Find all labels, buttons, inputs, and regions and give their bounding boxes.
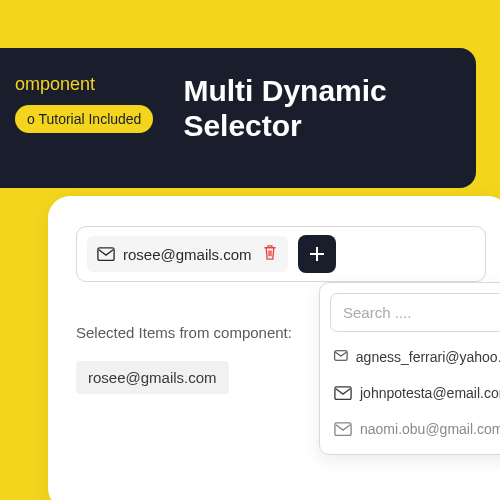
hero-title: Multi Dynamic Selector [183,74,386,143]
svg-rect-3 [335,423,351,436]
selector-input-row[interactable]: rosee@gmails.com [76,226,486,282]
selector-card: rosee@gmails.com Selected Items from com… [48,196,500,500]
dropdown-item[interactable]: agness_ferrari@yahoo.com [330,342,500,372]
selected-email-chip[interactable]: rosee@gmails.com [87,236,288,272]
search-input[interactable] [330,293,500,332]
dropdown-item[interactable]: naomi.obu@gmail.com [330,414,500,444]
component-label: omponent [15,74,153,95]
envelope-icon [97,247,115,261]
add-button[interactable] [298,235,336,273]
tutorial-pill: o Tutorial Included [15,105,153,133]
chip-email-text: rosee@gmails.com [123,246,252,263]
envelope-icon [334,386,352,400]
dropdown-panel: agness_ferrari@yahoo.com johnpotesta@ema… [319,282,500,455]
svg-rect-0 [98,248,114,261]
trash-icon[interactable] [262,244,278,264]
svg-rect-2 [335,387,351,400]
dropdown-item[interactable]: johnpotesta@email.com [330,378,500,408]
svg-rect-1 [335,351,347,361]
dropdown-list: agness_ferrari@yahoo.com johnpotesta@ema… [330,342,500,444]
selected-item-chip: rosee@gmails.com [76,361,229,394]
envelope-icon [334,422,352,436]
envelope-icon [334,350,348,364]
hero-panel: omponent o Tutorial Included Multi Dynam… [0,48,476,188]
